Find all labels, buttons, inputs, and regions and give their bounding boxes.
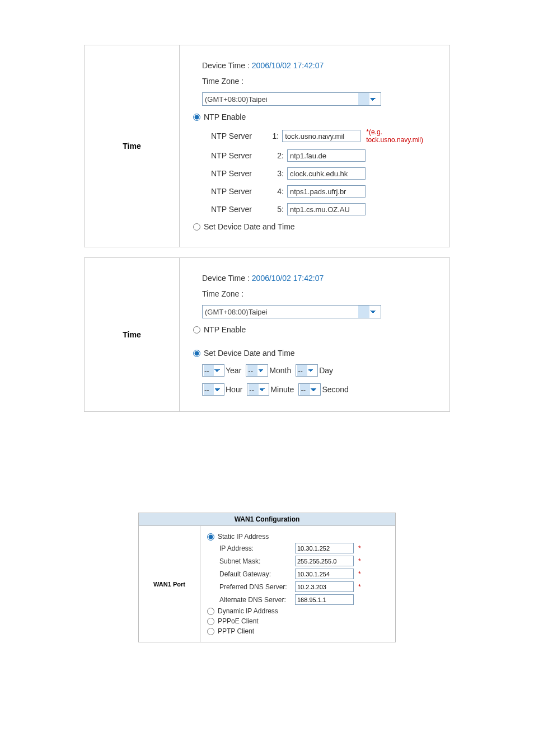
- preferred-dns-input[interactable]: [295, 581, 354, 592]
- minute-label: Minute: [270, 385, 294, 394]
- device-time-label: Device Time :: [202, 274, 250, 283]
- ntp-server-label: NTP Server: [211, 187, 273, 196]
- ntp-server-num: 3:: [273, 169, 284, 178]
- wan1-config-title: WAN1 Configuration: [138, 513, 396, 525]
- pppoe-row: PPPoE Client: [207, 617, 388, 625]
- date-selects-row: -- Year -- Month -- Day: [202, 364, 436, 377]
- default-gateway-input[interactable]: [295, 569, 354, 579]
- ntp-enable-radio[interactable]: [193, 326, 200, 334]
- hour-label: Hour: [226, 385, 242, 394]
- required-star: *: [358, 544, 361, 552]
- ntp-server-2-row: NTP Server 2:: [211, 149, 436, 162]
- dynamic-ip-label: Dynamic IP Address: [218, 607, 278, 615]
- minute-select[interactable]: --: [247, 383, 269, 396]
- wan1-config-panel: WAN1 Configuration WAN1 Port Static IP A…: [138, 513, 396, 642]
- ntp-server-2-input[interactable]: [287, 149, 366, 162]
- ntp-server-5-input[interactable]: [287, 203, 366, 215]
- ntp-enable-radio[interactable]: [193, 114, 200, 121]
- wan1-port-header: WAN1 Port: [139, 526, 200, 642]
- pptp-radio[interactable]: [207, 628, 214, 635]
- subnet-mask-row: Subnet Mask: *: [219, 556, 388, 566]
- ntp-server-3-row: NTP Server 3:: [211, 167, 436, 180]
- time-panel-body: Device Time : 2006/10/02 17:42:07 Time Z…: [180, 45, 449, 247]
- year-select[interactable]: --: [202, 364, 224, 377]
- pppoe-radio[interactable]: [207, 618, 214, 625]
- month-select[interactable]: --: [246, 364, 268, 377]
- ip-address-input[interactable]: [295, 543, 354, 553]
- ip-address-label: IP Address:: [219, 544, 295, 552]
- set-date-radio[interactable]: [193, 223, 200, 231]
- second-label: Second: [322, 385, 348, 394]
- ntp-server-label: NTP Server: [211, 132, 269, 140]
- timezone-select-row: (GMT+08:00)Taipei: [202, 92, 436, 106]
- ip-address-row: IP Address: *: [219, 543, 388, 553]
- ntp-server-4-row: NTP Server 4:: [211, 185, 436, 198]
- static-ip-radio[interactable]: [207, 533, 214, 541]
- set-date-radio[interactable]: [193, 350, 200, 357]
- timezone-label-row: Time Zone :: [202, 77, 436, 86]
- hour-select[interactable]: --: [202, 383, 224, 396]
- ntp-server-num: 1:: [269, 132, 279, 140]
- ntp-server-label: NTP Server: [211, 205, 273, 214]
- ntp-server-5-row: NTP Server 5:: [211, 203, 436, 215]
- alternate-dns-label: Alternate DNS Server:: [219, 596, 295, 604]
- day-label: Day: [319, 366, 333, 375]
- time-panel-ntp: Time Device Time : 2006/10/02 17:42:07 T…: [84, 45, 450, 247]
- default-gateway-label: Default Gateway:: [219, 570, 295, 578]
- subnet-mask-label: Subnet Mask:: [219, 557, 295, 565]
- ntp-enable-label: NTP Enable: [204, 112, 246, 121]
- ntp-server-label: NTP Server: [211, 151, 273, 160]
- year-label: Year: [226, 366, 241, 375]
- time-section-header: Time: [85, 258, 180, 411]
- static-ip-label: Static IP Address: [218, 533, 269, 541]
- time-panel-body: Device Time : 2006/10/02 17:42:07 Time Z…: [180, 258, 449, 411]
- alternate-dns-row: Alternate DNS Server:: [219, 594, 388, 605]
- set-date-row: Set Device Date and Time: [193, 349, 436, 358]
- set-date-label: Set Device Date and Time: [204, 349, 295, 358]
- timezone-select[interactable]: (GMT+08:00)Taipei: [202, 305, 381, 318]
- set-date-row: Set Device Date and Time: [193, 222, 436, 231]
- timezone-label: Time Zone :: [202, 289, 243, 298]
- default-gateway-row: Default Gateway: *: [219, 569, 388, 579]
- time-selects-row: -- Hour -- Minute -- Second: [202, 383, 436, 396]
- dynamic-ip-row: Dynamic IP Address: [207, 607, 388, 615]
- ntp-enable-label: NTP Enable: [204, 325, 246, 334]
- ntp-server-hint: *(e.g. tock.usno.navy.mil): [366, 128, 436, 144]
- timezone-label: Time Zone :: [202, 77, 243, 86]
- required-star: *: [358, 583, 361, 591]
- ntp-server-1-input[interactable]: [282, 130, 360, 142]
- ntp-enable-row: NTP Enable: [193, 112, 436, 121]
- timezone-select[interactable]: (GMT+08:00)Taipei: [202, 92, 381, 106]
- time-panel-setdate: Time Device Time : 2006/10/02 17:42:07 T…: [84, 257, 450, 412]
- timezone-label-row: Time Zone :: [202, 289, 436, 298]
- ntp-enable-row: NTP Enable: [193, 325, 436, 334]
- ntp-server-label: NTP Server: [211, 169, 273, 178]
- pppoe-label: PPPoE Client: [218, 617, 259, 625]
- preferred-dns-label: Preferred DNS Server:: [219, 583, 295, 591]
- ntp-server-3-input[interactable]: [287, 167, 366, 180]
- month-label: Month: [269, 366, 291, 375]
- subnet-mask-input[interactable]: [295, 556, 354, 566]
- timezone-select-row: (GMT+08:00)Taipei: [202, 305, 436, 318]
- ntp-server-4-input[interactable]: [287, 185, 366, 198]
- day-select[interactable]: --: [296, 364, 318, 377]
- alternate-dns-input[interactable]: [295, 594, 354, 605]
- second-select[interactable]: --: [298, 383, 321, 396]
- ntp-server-num: 4:: [273, 187, 284, 196]
- device-time-row: Device Time : 2006/10/02 17:42:07: [202, 61, 436, 70]
- device-time-value: 2006/10/02 17:42:07: [252, 274, 324, 283]
- wan1-config-body: Static IP Address IP Address: * Subnet M…: [200, 526, 395, 642]
- ntp-server-1-row: NTP Server 1: *(e.g. tock.usno.navy.mil): [211, 128, 436, 144]
- pptp-row: PPTP Client: [207, 627, 388, 635]
- pptp-label: PPTP Client: [218, 627, 254, 635]
- preferred-dns-row: Preferred DNS Server: *: [219, 581, 388, 592]
- static-ip-row: Static IP Address: [207, 533, 388, 541]
- ntp-server-num: 5:: [273, 205, 284, 214]
- required-star: *: [358, 557, 361, 565]
- time-section-header: Time: [85, 45, 180, 247]
- device-time-label: Device Time :: [202, 61, 250, 70]
- required-star: *: [358, 570, 361, 578]
- set-date-label: Set Device Date and Time: [204, 222, 295, 231]
- dynamic-ip-radio[interactable]: [207, 608, 214, 615]
- device-time-row: Device Time : 2006/10/02 17:42:07: [202, 274, 436, 283]
